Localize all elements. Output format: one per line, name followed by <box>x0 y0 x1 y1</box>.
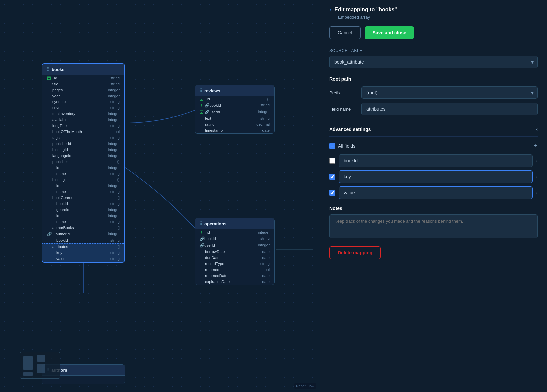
notes-textarea[interactable] <box>329 214 538 238</box>
save-close-button[interactable]: Save and close <box>365 26 414 39</box>
field-name: pages <box>47 88 63 92</box>
field-type: string <box>110 202 120 206</box>
field-type: [] <box>118 245 120 249</box>
advanced-settings-chevron-icon: ‹ <box>536 126 538 132</box>
all-fields-left: − All fields <box>329 143 355 149</box>
field-type: integer <box>108 94 120 98</box>
table-row: text string <box>195 115 274 121</box>
operations-table-header: ⠿ operations <box>195 218 274 229</box>
table-row: timestamp date <box>195 127 274 133</box>
field-name: returned <box>200 268 219 272</box>
field-type: [] <box>118 226 120 230</box>
table-row: id integer <box>42 213 124 219</box>
field-name-input[interactable] <box>361 103 538 115</box>
field-type: integer <box>108 148 120 152</box>
table-row: ⚿ 🔗bookId string <box>195 102 274 109</box>
table-row: binding {} <box>42 177 124 183</box>
table-row: returnedDate date <box>195 273 274 279</box>
field-name: id <box>47 166 59 170</box>
field-type: integer <box>108 232 120 236</box>
field-name: bookGenres <box>47 196 73 200</box>
field-row-key: ‹ <box>329 170 538 183</box>
grip-icon: ⠿ <box>199 221 202 226</box>
table-row: 🔗authorId integer <box>42 231 124 237</box>
field-type: [] <box>118 196 120 200</box>
field-name: timestamp <box>200 128 223 132</box>
add-field-icon[interactable]: + <box>534 142 538 150</box>
prefix-select[interactable]: (root) <box>361 86 538 99</box>
mini-map <box>20 352 60 379</box>
react-flow-badge: React Flow <box>294 383 316 389</box>
prefix-select-wrapper[interactable]: (root) ▾ <box>361 86 538 99</box>
field-input-bookid[interactable] <box>339 154 533 167</box>
field-input-value[interactable] <box>339 186 533 199</box>
field-name: name <box>47 190 66 194</box>
field-type: {} <box>117 178 120 182</box>
key-icon: ⚿ <box>200 230 205 234</box>
table-row: bookOfTheMonth bool <box>42 129 124 135</box>
books-table[interactable]: ⠿ books ⚿ _id string title string pages … <box>42 63 125 263</box>
field-type: integer <box>108 214 120 218</box>
operations-table[interactable]: ⠿ operations ⚿ _id integer 🔗bookId strin… <box>195 218 275 285</box>
table-row: ⚿ _id integer <box>195 229 274 235</box>
field-type: string <box>110 172 120 176</box>
field-type: integer <box>108 208 120 212</box>
table-row: year integer <box>42 93 124 99</box>
field-input-key[interactable] <box>339 170 533 183</box>
table-row: bookId string <box>42 201 124 207</box>
cancel-button[interactable]: Cancel <box>329 26 361 39</box>
table-row: pages integer <box>42 87 124 93</box>
field-name-label: Field name <box>329 107 356 112</box>
field-checkbox-bookid[interactable] <box>329 158 335 164</box>
link-icon: 🔗 <box>205 110 209 114</box>
field-name: name <box>47 220 66 224</box>
field-type: {} <box>117 160 120 164</box>
field-name: bookId <box>204 237 216 241</box>
grip-icon: ⠿ <box>199 88 202 93</box>
field-type: date <box>262 250 270 254</box>
canvas-area[interactable]: ⠿ books ⚿ _id string title string pages … <box>0 0 320 392</box>
field-name: bookId <box>209 103 221 107</box>
field-row-value: ‹ <box>329 186 538 199</box>
table-row: genreId integer <box>42 207 124 213</box>
table-row: languageId integer <box>42 153 124 159</box>
panel-arrow-icon: › <box>329 7 331 13</box>
table-row: dueDate date <box>195 255 274 261</box>
advanced-settings-row[interactable]: Advanced settings ‹ <box>329 122 538 137</box>
field-name: longTitle <box>47 124 67 128</box>
delete-mapping-button[interactable]: Delete mapping <box>329 246 381 259</box>
source-table-wrapper[interactable]: book_attribute ▾ <box>329 56 538 68</box>
link-icon: 🔗 <box>47 232 52 236</box>
field-name: recordType <box>200 262 224 266</box>
key-icon: ⚿ <box>200 103 205 107</box>
table-row: publisherId integer <box>42 141 124 147</box>
field-type: integer <box>258 230 270 234</box>
table-row: ⚿ 🔗userId integer <box>195 109 274 115</box>
table-row: longTitle string <box>42 123 124 129</box>
table-row: borrowDate date <box>195 249 274 255</box>
field-name: bindingId <box>47 148 68 152</box>
field-checkbox-key[interactable] <box>329 174 335 180</box>
field-name: synopsis <box>47 100 67 104</box>
field-name: userId <box>209 110 220 114</box>
field-type: integer <box>108 112 120 116</box>
minus-icon[interactable]: − <box>329 143 335 149</box>
field-name: id <box>47 184 59 188</box>
field-type: integer <box>108 166 120 170</box>
table-row: bookGenres [] <box>42 195 124 201</box>
field-checkbox-value[interactable] <box>329 190 335 196</box>
table-row: returned bool <box>195 267 274 273</box>
table-row: ⚿ _id string <box>42 75 124 81</box>
field-name: totalInventory <box>47 112 75 116</box>
table-row: key string <box>42 250 124 256</box>
field-name: tags <box>47 136 60 140</box>
root-path-title: Root path <box>329 76 538 82</box>
reviews-table-header: ⠿ reviews <box>195 85 274 96</box>
source-table-select[interactable]: book_attribute <box>329 56 538 68</box>
field-type: integer <box>108 142 120 146</box>
reviews-table[interactable]: ⠿ reviews ⚿ _id {} ⚿ 🔗bookId string ⚿ 🔗u… <box>195 85 275 134</box>
table-row: 🔗bookId string <box>195 235 274 242</box>
field-name: publisher <box>47 160 68 164</box>
field-row-bookid: ‹ <box>329 154 538 167</box>
field-name: name <box>47 172 66 176</box>
